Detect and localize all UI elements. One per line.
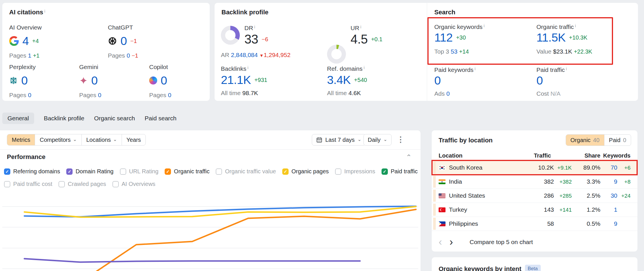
metrics-filter-button[interactable]: Metrics xyxy=(7,134,35,145)
chevron-down-icon: ⌄ xyxy=(383,137,387,142)
performance-chart[interactable] xyxy=(0,189,421,271)
organic-traffic-value[interactable]: 11.5K xyxy=(536,31,566,44)
keywords-by-intent-title: Organic keywords by intent xyxy=(439,265,522,271)
checkbox-ai-overviews[interactable]: AI Overviews xyxy=(112,181,155,187)
checkbox-domain-rating[interactable]: ✓Domain Rating xyxy=(66,168,113,175)
checkbox-paid-traffic[interactable]: ✓Paid traffic xyxy=(382,168,418,175)
next-page-icon[interactable]: › xyxy=(450,237,453,247)
ads-value[interactable]: 0 xyxy=(446,90,450,97)
info-icon[interactable]: i xyxy=(254,25,255,29)
table-header: Location Traffic Share Keywords xyxy=(439,151,631,160)
gemini-icon xyxy=(79,76,88,85)
table-row-south-korea[interactable]: South Korea 10.2K+9.1K 89.0% 70+6 xyxy=(432,161,637,175)
flag-united-states xyxy=(439,193,445,198)
share-strip xyxy=(433,190,436,202)
chatgpt-metric: ChatGPT 0 −1 Pages 0 −1 xyxy=(108,24,203,59)
ur-donut xyxy=(327,45,346,64)
checkbox-organic-pages[interactable]: ✓Organic pages xyxy=(282,168,329,175)
chatgpt-value[interactable]: 0 xyxy=(120,34,127,48)
chatgpt-delta: −1 xyxy=(130,38,137,44)
checkbox-organic-traffic[interactable]: ✓Organic traffic xyxy=(165,168,209,175)
metric-checkbox-row-1: ✓Referring domains ✓Domain Rating URL Ra… xyxy=(4,168,418,175)
paid-traffic-value[interactable]: 0 xyxy=(536,74,543,87)
flag-india xyxy=(439,179,445,184)
table-row-philippines[interactable]: Philippines 58 0.5% 9 xyxy=(432,217,637,231)
checkbox-box xyxy=(59,181,65,187)
gemini-value[interactable]: 0 xyxy=(91,74,98,87)
copilot-pages[interactable]: 0 xyxy=(168,92,171,98)
info-icon[interactable]: i xyxy=(566,66,567,71)
more-options-icon[interactable]: ⋮ xyxy=(397,135,404,144)
metric-checkbox-row-2: Paid traffic cost Crawled pages AI Overv… xyxy=(4,181,155,187)
ar-value[interactable]: 2,848,084 xyxy=(231,52,258,58)
years-filter-button[interactable]: Years xyxy=(122,134,145,145)
ai-overview-pages[interactable]: 1 xyxy=(28,52,31,59)
tab-general[interactable]: General xyxy=(2,113,34,124)
calendar-icon xyxy=(316,137,322,143)
traffic-value-amount: $23.1K xyxy=(553,48,572,55)
info-icon[interactable]: i xyxy=(44,9,45,13)
info-icon[interactable]: i xyxy=(575,23,576,28)
perplexity-value[interactable]: 0 xyxy=(21,74,28,87)
info-icon[interactable]: i xyxy=(248,65,248,70)
traffic-by-location-card: Traffic by location Organic40 Paid0 Loca… xyxy=(432,130,637,252)
info-icon[interactable]: i xyxy=(475,66,476,71)
ref-domains-alltime: 4.6K xyxy=(349,90,361,96)
checkbox-url-rating[interactable]: URL Rating xyxy=(120,168,159,175)
chatgpt-icon xyxy=(108,36,117,46)
card-divider xyxy=(427,3,427,101)
filters-group: Metrics Competitors⌄ Locations⌄ Years xyxy=(7,134,146,146)
keywords-by-intent-card: Organic keywords by intentBeta xyxy=(432,257,637,271)
ai-overview-metric: AI Overview 4 +4 Pages 1 +1 xyxy=(9,24,104,59)
checkbox-impressions[interactable]: Impressions xyxy=(335,168,375,175)
locations-filter-button[interactable]: Locations⌄ xyxy=(82,134,122,145)
gemini-pages[interactable]: 0 xyxy=(98,92,101,98)
share-strip xyxy=(433,162,436,174)
share-strip xyxy=(433,204,436,216)
tab-backlink-profile[interactable]: Backlink profile xyxy=(44,113,84,124)
backlinks-value[interactable]: 21.1K xyxy=(221,73,251,87)
toolbar-divider xyxy=(0,149,421,150)
date-range-button[interactable]: Last 7 days ⌄ xyxy=(312,134,366,146)
checkbox-box xyxy=(216,168,222,175)
cost-value: N/A xyxy=(550,90,561,97)
share-strip xyxy=(433,176,436,188)
tab-organic-search[interactable]: Organic search xyxy=(94,113,135,124)
info-icon[interactable]: i xyxy=(360,25,361,29)
top3-value[interactable]: 53 xyxy=(451,48,457,55)
table-row-turkey[interactable]: Turkey 143+141 1.2% 1 xyxy=(432,203,637,217)
table-row-india[interactable]: India 382+382 3.3% 9+8 xyxy=(432,175,637,189)
tab-paid-search[interactable]: Paid search xyxy=(145,113,176,124)
organic-keywords-value[interactable]: 112 xyxy=(434,31,453,44)
checkbox-box xyxy=(120,168,126,175)
checkbox-box xyxy=(4,181,10,187)
gemini-metric: Gemini 0 Pages 0 xyxy=(79,64,145,99)
google-icon xyxy=(9,36,19,46)
copilot-value[interactable]: 0 xyxy=(161,74,167,87)
info-icon[interactable]: i xyxy=(484,23,485,28)
ur-value: 4.5 xyxy=(351,32,368,46)
copilot-icon xyxy=(149,76,157,85)
flag-south-korea xyxy=(439,165,445,170)
checkbox-box: ✓ xyxy=(66,168,73,175)
checkbox-crawled-pages[interactable]: Crawled pages xyxy=(59,181,106,187)
perplexity-pages[interactable]: 0 xyxy=(28,92,31,98)
compare-top5-link[interactable]: Compare top 5 on chart xyxy=(470,239,533,246)
checkbox-referring-domains[interactable]: ✓Referring domains xyxy=(4,168,60,175)
ref-domains-value[interactable]: 3.4K xyxy=(327,73,351,87)
checkbox-paid-traffic-cost[interactable]: Paid traffic cost xyxy=(4,181,52,187)
collapse-section-icon[interactable]: ⌃ xyxy=(406,153,412,161)
competitors-filter-button[interactable]: Competitors⌄ xyxy=(35,134,81,145)
chatgpt-pages[interactable]: 0 xyxy=(127,52,130,59)
checkbox-box: ✓ xyxy=(382,168,388,175)
granularity-button[interactable]: Daily ⌄ xyxy=(363,134,392,146)
info-icon[interactable]: i xyxy=(364,65,365,70)
table-row-united-states[interactable]: United States 286+285 2.5% 30+24 xyxy=(432,189,637,203)
ai-overview-value[interactable]: 4 xyxy=(22,34,29,48)
toggle-paid[interactable]: Paid0 xyxy=(604,135,631,146)
checkbox-box: ✓ xyxy=(165,168,171,175)
checkbox-organic-traffic-value[interactable]: Organic traffic value xyxy=(216,168,276,175)
toggle-organic[interactable]: Organic40 xyxy=(566,135,604,146)
paid-keywords-value[interactable]: 0 xyxy=(434,74,441,87)
prev-page-icon[interactable]: ‹ xyxy=(439,237,442,247)
